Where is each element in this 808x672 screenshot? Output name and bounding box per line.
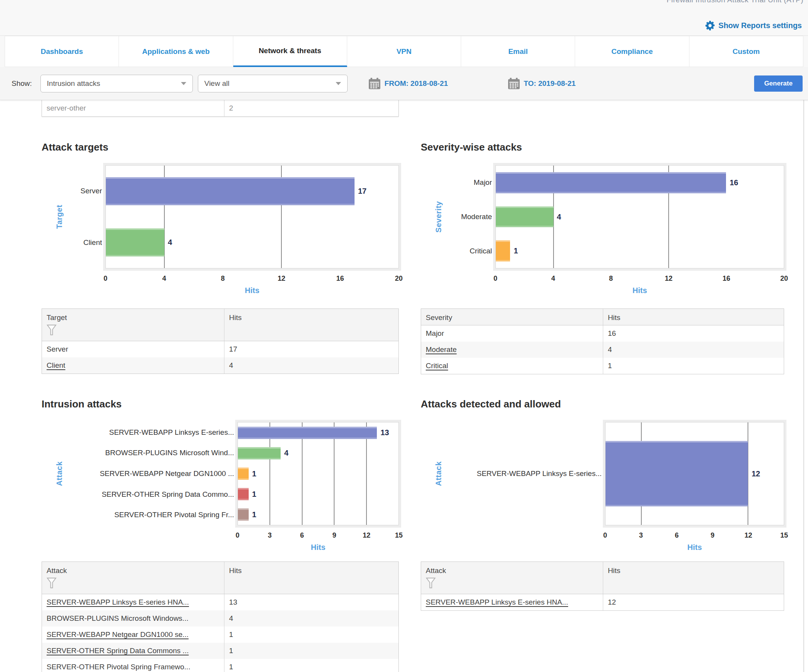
table-cell: SERVER-OTHER Pivotal Spring Framewo... (42, 659, 224, 672)
chevron-down-icon (336, 82, 341, 85)
tab-custom[interactable]: Custom (689, 36, 803, 67)
intrusion-attacks-table: AttackHitsSERVER-WEBAPP Linksys E-series… (42, 561, 399, 672)
bar-server-webapp-linksys-e-series[interactable] (606, 441, 748, 506)
cell-value: 1 (229, 663, 233, 671)
column-header: Hits (224, 309, 398, 341)
category-label: Client (42, 217, 105, 268)
category-label: SERVER-WEBAPP Linksys E-series... (421, 422, 605, 525)
column-header-label: Target (47, 313, 219, 322)
calendar-icon (368, 78, 381, 89)
cell-value: 2 (229, 104, 233, 112)
drilldown-link[interactable]: Moderate (426, 345, 457, 354)
truncated-table-fragment: server-other2 (42, 100, 399, 117)
category-label: SERVER-OTHER Spring Data Commo... (42, 484, 238, 505)
severity-attacks-chart: SeverityMajorModerateCritical16410481216… (421, 165, 784, 297)
x-axis-tick: 6 (300, 531, 304, 540)
settings-link-label: Show Reports settings (718, 21, 802, 30)
bar-server-webapp-netgear-dgn1000[interactable] (238, 468, 249, 480)
bar-browser-plugins-microsoft-wind[interactable] (238, 447, 281, 459)
x-axis-tick: 6 (675, 531, 679, 540)
tab-dashboards[interactable]: Dashboards (5, 36, 119, 67)
bar-server[interactable] (106, 177, 355, 205)
x-axis-label: Hits (495, 286, 784, 297)
bar-value-label: 12 (751, 469, 760, 478)
cell-value: 12 (608, 598, 616, 607)
column-header-label: Hits (608, 313, 779, 322)
cell-value: 1 (229, 647, 233, 655)
x-axis-tick: 3 (268, 531, 272, 540)
plot-area: 1641 (495, 165, 784, 268)
bar-server-webapp-linksys-e-series[interactable] (238, 427, 377, 439)
column-header: Hits (603, 309, 784, 325)
filter-funnel-icon[interactable] (47, 324, 219, 338)
report-type-value: Intrusion attacks (47, 79, 100, 88)
table-cell: 13 (224, 594, 398, 610)
drilldown-link[interactable]: SERVER-WEBAPP Linksys E-series HNA... (47, 598, 189, 607)
tab-network-threats[interactable]: Network & threats (233, 36, 347, 67)
bar-major[interactable] (496, 172, 726, 193)
page-right-border (803, 100, 804, 672)
x-axis-tick: 12 (744, 531, 752, 540)
tab-vpn[interactable]: VPN (347, 36, 461, 67)
table-cell: 2 (224, 100, 398, 116)
x-axis-label: Hits (105, 286, 399, 297)
x-axis-tick: 20 (780, 275, 788, 283)
generate-button[interactable]: Generate (754, 75, 803, 92)
table-cell: Major (421, 325, 603, 342)
table-row: Moderate4 (421, 342, 784, 358)
gear-icon (705, 21, 715, 30)
table-row: SERVER-WEBAPP Netgear DGN1000 se...1 (42, 627, 398, 643)
table-row: Server17 (42, 341, 398, 357)
table-cell: 1 (224, 659, 398, 672)
cell-value: 16 (608, 329, 616, 338)
bar-critical[interactable] (496, 240, 510, 261)
column-header-label: Attack (47, 566, 219, 575)
cell-value: 4 (229, 614, 233, 623)
table-cell: 4 (224, 610, 398, 627)
device-label-truncated: Firewall Intrusion Attack Trial Unit (AT… (667, 0, 803, 4)
table-cell: SERVER-WEBAPP Linksys E-series HNA... (421, 594, 603, 610)
drilldown-link[interactable]: SERVER-OTHER Spring Data Commons ... (47, 647, 189, 655)
drilldown-link[interactable]: Critical (426, 362, 448, 370)
tab-applications-web[interactable]: Applications & web (119, 36, 233, 67)
x-axis-tick: 0 (104, 275, 107, 283)
section-title: Intrusion attacks (42, 398, 399, 410)
show-reports-settings-link[interactable]: Show Reports settings (705, 21, 802, 30)
table-row: Major16 (421, 325, 784, 342)
category-label: BROWSER-PLUGINS Microsoft Wind... (42, 443, 238, 464)
category-label: SERVER-WEBAPP Linksys E-series... (42, 422, 238, 443)
table-cell: BROWSER-PLUGINS Microsoft Windows... (42, 610, 224, 627)
section-title: Attack targets (42, 141, 399, 153)
table-cell: Server (42, 341, 224, 357)
drilldown-link[interactable]: SERVER-WEBAPP Linksys E-series HNA... (426, 598, 568, 607)
x-axis-tick: 12 (278, 275, 285, 283)
table-cell: 1 (603, 358, 784, 374)
x-axis-tick: 15 (780, 531, 788, 540)
cell-value: BROWSER-PLUGINS Microsoft Windows... (47, 614, 188, 623)
bar-value-label: 1 (252, 510, 256, 519)
table-cell: Moderate (421, 342, 603, 358)
tab-compliance[interactable]: Compliance (575, 36, 689, 67)
from-date-picker[interactable]: FROM: 2018-08-21 (368, 78, 448, 89)
report-type-select[interactable]: Intrusion attacks (40, 75, 193, 92)
bar-server-other-pivotal-spring-fr[interactable] (238, 508, 249, 521)
drilldown-link[interactable]: SERVER-WEBAPP Netgear DGN1000 se... (47, 630, 189, 639)
view-select[interactable]: View all (198, 75, 348, 92)
y-axis-label: Severity (434, 201, 443, 233)
x-axis-tick: 0 (493, 275, 497, 283)
filter-funnel-icon[interactable] (426, 577, 598, 591)
to-date-picker[interactable]: TO: 2019-08-21 (508, 78, 576, 89)
column-header: Hits (603, 562, 784, 594)
drilldown-link[interactable]: Client (47, 361, 65, 370)
attacks-detected-table: AttackHitsSERVER-WEBAPP Linksys E-series… (421, 561, 784, 611)
from-date-label: FROM: 2018-08-21 (385, 79, 448, 88)
bar-client[interactable] (106, 228, 164, 256)
bar-server-other-spring-data-commo[interactable] (238, 488, 249, 500)
plot-area: 12 (605, 422, 784, 525)
column-header: Attack (42, 562, 224, 594)
filter-funnel-icon[interactable] (47, 577, 219, 591)
bar-moderate[interactable] (496, 206, 554, 228)
tab-email[interactable]: Email (461, 36, 575, 67)
category-label: Major (421, 165, 495, 199)
table-cell: 12 (603, 594, 784, 610)
